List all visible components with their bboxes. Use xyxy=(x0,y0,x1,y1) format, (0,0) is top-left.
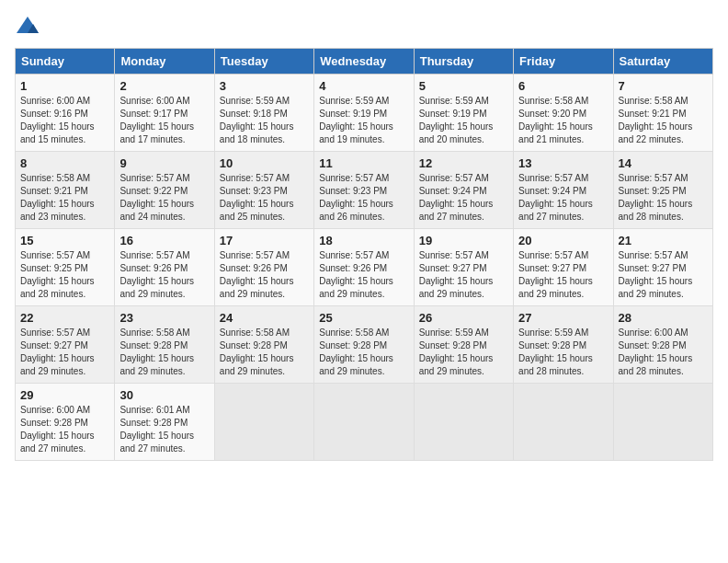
day-number: 20 xyxy=(518,234,608,247)
column-header-thursday: Thursday xyxy=(414,49,513,75)
day-info: Sunrise: 6:00 AM Sunset: 9:16 PM Dayligh… xyxy=(20,95,109,146)
day-number: 30 xyxy=(119,388,209,402)
column-header-sunday: Sunday xyxy=(16,49,115,75)
column-header-wednesday: Wednesday xyxy=(314,49,414,75)
day-number: 28 xyxy=(619,311,708,325)
day-number: 12 xyxy=(419,156,508,170)
calendar-cell: 9Sunrise: 5:57 AM Sunset: 9:22 PM Daylig… xyxy=(115,152,214,229)
calendar-cell xyxy=(314,384,414,461)
calendar-header-row: SundayMondayTuesdayWednesdayThursdayFrid… xyxy=(16,49,713,75)
calendar-cell: 2Sunrise: 6:00 AM Sunset: 9:17 PM Daylig… xyxy=(115,75,214,152)
calendar-cell: 20Sunrise: 5:57 AM Sunset: 9:27 PM Dayli… xyxy=(514,229,613,306)
column-header-monday: Monday xyxy=(115,49,214,75)
day-number: 4 xyxy=(319,79,408,93)
calendar-body: 1Sunrise: 6:00 AM Sunset: 9:16 PM Daylig… xyxy=(16,75,713,461)
calendar-cell: 3Sunrise: 5:59 AM Sunset: 9:18 PM Daylig… xyxy=(214,75,313,152)
day-info: Sunrise: 5:58 AM Sunset: 9:21 PM Dayligh… xyxy=(20,172,109,224)
calendar-cell: 18Sunrise: 5:57 AM Sunset: 9:26 PM Dayli… xyxy=(314,229,414,306)
calendar-cell: 25Sunrise: 5:58 AM Sunset: 9:28 PM Dayli… xyxy=(314,306,414,384)
calendar-cell xyxy=(613,384,712,461)
column-header-saturday: Saturday xyxy=(613,49,712,75)
calendar-cell: 12Sunrise: 5:57 AM Sunset: 9:24 PM Dayli… xyxy=(414,152,513,229)
calendar-cell: 16Sunrise: 5:57 AM Sunset: 9:26 PM Dayli… xyxy=(115,229,214,306)
calendar-table: SundayMondayTuesdayWednesdayThursdayFrid… xyxy=(15,48,713,461)
calendar-cell xyxy=(414,384,513,461)
day-info: Sunrise: 5:57 AM Sunset: 9:27 PM Dayligh… xyxy=(419,249,508,301)
calendar-week-row: 29Sunrise: 6:00 AM Sunset: 9:28 PM Dayli… xyxy=(16,384,713,461)
day-info: Sunrise: 5:58 AM Sunset: 9:28 PM Dayligh… xyxy=(319,327,408,378)
day-info: Sunrise: 6:01 AM Sunset: 9:28 PM Dayligh… xyxy=(119,404,209,455)
day-info: Sunrise: 5:59 AM Sunset: 9:28 PM Dayligh… xyxy=(419,327,508,378)
day-number: 1 xyxy=(20,79,109,93)
day-number: 3 xyxy=(220,79,309,93)
calendar-header: SundayMondayTuesdayWednesdayThursdayFrid… xyxy=(16,49,713,75)
calendar-week-row: 8Sunrise: 5:58 AM Sunset: 9:21 PM Daylig… xyxy=(16,152,713,229)
day-info: Sunrise: 5:58 AM Sunset: 9:21 PM Dayligh… xyxy=(619,95,708,146)
day-number: 2 xyxy=(119,79,209,93)
calendar-cell: 5Sunrise: 5:59 AM Sunset: 9:19 PM Daylig… xyxy=(414,75,513,152)
calendar-week-row: 1Sunrise: 6:00 AM Sunset: 9:16 PM Daylig… xyxy=(16,75,713,152)
calendar-cell: 15Sunrise: 5:57 AM Sunset: 9:25 PM Dayli… xyxy=(16,229,115,306)
day-info: Sunrise: 5:57 AM Sunset: 9:24 PM Dayligh… xyxy=(419,172,508,224)
day-info: Sunrise: 5:57 AM Sunset: 9:23 PM Dayligh… xyxy=(319,172,408,224)
day-number: 6 xyxy=(518,79,608,93)
calendar-cell: 7Sunrise: 5:58 AM Sunset: 9:21 PM Daylig… xyxy=(613,75,712,152)
day-number: 21 xyxy=(619,234,708,247)
logo xyxy=(15,15,44,40)
day-info: Sunrise: 5:57 AM Sunset: 9:24 PM Dayligh… xyxy=(518,172,608,224)
calendar-cell: 22Sunrise: 5:57 AM Sunset: 9:27 PM Dayli… xyxy=(16,306,115,384)
calendar-cell: 11Sunrise: 5:57 AM Sunset: 9:23 PM Dayli… xyxy=(314,152,414,229)
logo-icon xyxy=(15,15,40,40)
day-number: 27 xyxy=(518,311,608,325)
day-number: 24 xyxy=(220,311,309,325)
day-info: Sunrise: 5:58 AM Sunset: 9:28 PM Dayligh… xyxy=(119,327,209,378)
calendar-week-row: 15Sunrise: 5:57 AM Sunset: 9:25 PM Dayli… xyxy=(16,229,713,306)
day-info: Sunrise: 5:59 AM Sunset: 9:28 PM Dayligh… xyxy=(518,327,608,378)
day-info: Sunrise: 5:58 AM Sunset: 9:20 PM Dayligh… xyxy=(518,95,608,146)
day-number: 16 xyxy=(119,234,209,247)
calendar-cell: 26Sunrise: 5:59 AM Sunset: 9:28 PM Dayli… xyxy=(414,306,513,384)
day-number: 23 xyxy=(119,311,209,325)
day-info: Sunrise: 5:57 AM Sunset: 9:25 PM Dayligh… xyxy=(619,172,708,224)
day-info: Sunrise: 5:57 AM Sunset: 9:25 PM Dayligh… xyxy=(20,249,109,301)
day-info: Sunrise: 5:57 AM Sunset: 9:26 PM Dayligh… xyxy=(119,249,209,301)
day-info: Sunrise: 5:57 AM Sunset: 9:27 PM Dayligh… xyxy=(619,249,708,301)
day-info: Sunrise: 5:57 AM Sunset: 9:23 PM Dayligh… xyxy=(220,172,309,224)
day-info: Sunrise: 5:57 AM Sunset: 9:27 PM Dayligh… xyxy=(20,327,109,378)
day-number: 14 xyxy=(619,156,708,170)
calendar-cell: 8Sunrise: 5:58 AM Sunset: 9:21 PM Daylig… xyxy=(16,152,115,229)
calendar-cell: 23Sunrise: 5:58 AM Sunset: 9:28 PM Dayli… xyxy=(115,306,214,384)
day-number: 9 xyxy=(119,156,209,170)
day-number: 15 xyxy=(20,234,109,247)
calendar-cell: 27Sunrise: 5:59 AM Sunset: 9:28 PM Dayli… xyxy=(514,306,613,384)
calendar-cell: 24Sunrise: 5:58 AM Sunset: 9:28 PM Dayli… xyxy=(214,306,313,384)
calendar-cell: 17Sunrise: 5:57 AM Sunset: 9:26 PM Dayli… xyxy=(214,229,313,306)
day-number: 25 xyxy=(319,311,408,325)
column-header-tuesday: Tuesday xyxy=(214,49,313,75)
day-number: 7 xyxy=(619,79,708,93)
day-number: 26 xyxy=(419,311,508,325)
day-number: 18 xyxy=(319,234,408,247)
day-number: 17 xyxy=(220,234,309,247)
column-header-friday: Friday xyxy=(514,49,613,75)
day-number: 13 xyxy=(518,156,608,170)
calendar-cell: 1Sunrise: 6:00 AM Sunset: 9:16 PM Daylig… xyxy=(16,75,115,152)
calendar-cell: 13Sunrise: 5:57 AM Sunset: 9:24 PM Dayli… xyxy=(514,152,613,229)
calendar-cell: 19Sunrise: 5:57 AM Sunset: 9:27 PM Dayli… xyxy=(414,229,513,306)
calendar-cell: 6Sunrise: 5:58 AM Sunset: 9:20 PM Daylig… xyxy=(514,75,613,152)
day-number: 29 xyxy=(20,388,109,402)
day-info: Sunrise: 5:57 AM Sunset: 9:26 PM Dayligh… xyxy=(220,249,309,301)
day-info: Sunrise: 6:00 AM Sunset: 9:28 PM Dayligh… xyxy=(619,327,708,378)
day-info: Sunrise: 6:00 AM Sunset: 9:28 PM Dayligh… xyxy=(20,404,109,455)
day-info: Sunrise: 5:57 AM Sunset: 9:27 PM Dayligh… xyxy=(518,249,608,301)
day-info: Sunrise: 5:57 AM Sunset: 9:22 PM Dayligh… xyxy=(119,172,209,224)
day-info: Sunrise: 5:58 AM Sunset: 9:28 PM Dayligh… xyxy=(220,327,309,378)
page-header xyxy=(15,15,713,40)
day-number: 10 xyxy=(220,156,309,170)
calendar-cell: 14Sunrise: 5:57 AM Sunset: 9:25 PM Dayli… xyxy=(613,152,712,229)
day-info: Sunrise: 5:59 AM Sunset: 9:18 PM Dayligh… xyxy=(220,95,309,146)
calendar-cell: 10Sunrise: 5:57 AM Sunset: 9:23 PM Dayli… xyxy=(214,152,313,229)
day-number: 5 xyxy=(419,79,508,93)
calendar-cell xyxy=(214,384,313,461)
day-info: Sunrise: 5:57 AM Sunset: 9:26 PM Dayligh… xyxy=(319,249,408,301)
